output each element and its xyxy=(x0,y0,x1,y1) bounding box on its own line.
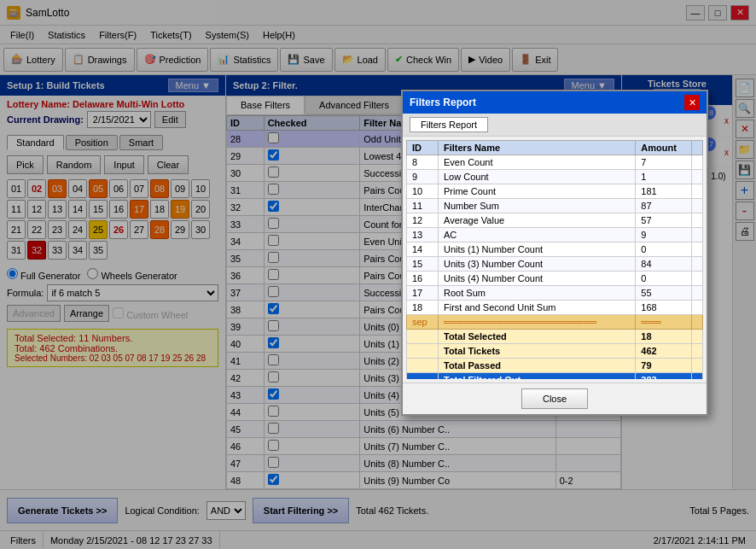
modal-scroll-cell xyxy=(692,213,703,228)
modal-id-cell: 11 xyxy=(407,199,439,213)
modal-scroll-cell xyxy=(692,315,703,330)
modal-name-cell: ═══════════════════════ xyxy=(439,315,636,330)
modal-name-cell: AC xyxy=(439,228,636,242)
modal-id-cell: sep xyxy=(407,315,439,330)
modal-id-cell: 17 xyxy=(407,286,439,301)
modal-col-name: Filters Name xyxy=(439,141,636,155)
modal-overlay[interactable]: Filters Report ✕ Filters Report ID Filte… xyxy=(0,0,756,549)
modal-amount-cell: 84 xyxy=(636,257,692,272)
modal-table-row[interactable]: 9 Low Count 1 xyxy=(407,170,703,184)
modal-scroll-cell xyxy=(692,286,703,301)
modal-amount-cell: 7 xyxy=(636,155,692,170)
modal-id-cell: 13 xyxy=(407,228,439,242)
modal-scroll-cell xyxy=(692,257,703,272)
modal-scroll-cell xyxy=(692,170,703,184)
modal-col-id: ID xyxy=(407,141,439,155)
modal-scroll-cell xyxy=(692,155,703,170)
modal-name-cell: Units (1) Number Count xyxy=(439,242,636,257)
modal-table-row[interactable]: 11 Number Sum 87 xyxy=(407,199,703,213)
modal-tab-area: Filters Report xyxy=(403,114,707,137)
modal-amount-cell: 87 xyxy=(636,199,692,213)
modal-scroll-cell xyxy=(692,199,703,213)
modal-titlebar: Filters Report ✕ xyxy=(403,91,707,114)
modal-col-amount: Amount xyxy=(636,141,692,155)
modal-name-cell: Average Value xyxy=(439,213,636,228)
modal-content: ID Filters Name Amount 8 Even Count 7 9 … xyxy=(403,137,707,383)
modal-scroll-cell xyxy=(692,242,703,257)
modal-table-row[interactable]: Total Passed 79 xyxy=(407,359,703,373)
modal-table-row[interactable]: 10 Prime Count 181 xyxy=(407,184,703,199)
modal-amount-cell: 57 xyxy=(636,213,692,228)
modal-amount-cell: 462 xyxy=(636,344,692,359)
modal-scroll-cell xyxy=(692,272,703,286)
modal-table-row[interactable]: sep ═══════════════════════ ═══ xyxy=(407,315,703,330)
modal-title: Filters Report xyxy=(410,96,476,108)
modal-name-cell: Total Tickets xyxy=(439,344,636,359)
modal-amount-cell: 168 xyxy=(636,301,692,315)
modal-amount-cell: 0 xyxy=(636,242,692,257)
modal-id-cell xyxy=(407,373,439,380)
modal-footer: Close xyxy=(403,383,707,414)
modal-name-cell: Low Count xyxy=(439,170,636,184)
modal-scroll-cell xyxy=(692,359,703,373)
modal-amount-cell: 55 xyxy=(636,286,692,301)
modal-name-cell: Root Sum xyxy=(439,286,636,301)
modal-id-cell: 15 xyxy=(407,257,439,272)
modal-table-row[interactable]: 13 AC 9 xyxy=(407,228,703,242)
modal-tab-filters-report[interactable]: Filters Report xyxy=(410,117,488,132)
modal-table-row[interactable]: Total Tickets 462 xyxy=(407,344,703,359)
modal-table-row[interactable]: 14 Units (1) Number Count 0 xyxy=(407,242,703,257)
modal-name-cell: Units (3) Number Count xyxy=(439,257,636,272)
modal-amount-cell: 383 xyxy=(636,373,692,380)
modal-table-row[interactable]: 12 Average Value 57 xyxy=(407,213,703,228)
modal-table-row[interactable]: 16 Units (4) Number Count 0 xyxy=(407,272,703,286)
modal-close-btn[interactable]: Close xyxy=(521,388,588,409)
modal-scroll-cell xyxy=(692,373,703,380)
modal-name-cell: Number Sum xyxy=(439,199,636,213)
modal-name-cell: Prime Count xyxy=(439,184,636,199)
modal-scroll-cell xyxy=(692,301,703,315)
modal-name-cell: Total Filtered Out xyxy=(439,373,636,380)
modal-scroll-cell xyxy=(692,184,703,199)
modal-table-row[interactable]: Total Filtered Out 383 xyxy=(407,373,703,380)
modal-id-cell: 9 xyxy=(407,170,439,184)
modal-name-cell: Units (4) Number Count xyxy=(439,272,636,286)
modal-close-button[interactable]: ✕ xyxy=(684,95,700,110)
modal-amount-cell: 1 xyxy=(636,170,692,184)
modal-scroll-cell xyxy=(692,344,703,359)
modal-table-row[interactable]: 15 Units (3) Number Count 84 xyxy=(407,257,703,272)
modal-id-cell: 18 xyxy=(407,301,439,315)
modal-scroll-cell xyxy=(692,228,703,242)
modal-name-cell: First and Second Unit Sum xyxy=(439,301,636,315)
modal-id-cell xyxy=(407,344,439,359)
modal-table-row[interactable]: 18 First and Second Unit Sum 168 xyxy=(407,301,703,315)
modal-table-row[interactable]: 17 Root Sum 55 xyxy=(407,286,703,301)
modal-report-table: ID Filters Name Amount 8 Even Count 7 9 … xyxy=(406,140,703,379)
modal-name-cell: Total Selected xyxy=(439,330,636,344)
modal-id-cell: 16 xyxy=(407,272,439,286)
modal-name-cell: Total Passed xyxy=(439,359,636,373)
modal-id-cell: 10 xyxy=(407,184,439,199)
modal-name-cell: Even Count xyxy=(439,155,636,170)
modal-amount-cell: 18 xyxy=(636,330,692,344)
modal-amount-cell: 79 xyxy=(636,359,692,373)
modal-id-cell: 14 xyxy=(407,242,439,257)
modal-amount-cell: ═══ xyxy=(636,315,692,330)
modal-table-row[interactable]: 8 Even Count 7 xyxy=(407,155,703,170)
modal-id-cell xyxy=(407,359,439,373)
modal-id-cell: 12 xyxy=(407,213,439,228)
modal-amount-cell: 181 xyxy=(636,184,692,199)
modal-id-cell: 8 xyxy=(407,155,439,170)
modal-amount-cell: 9 xyxy=(636,228,692,242)
filters-report-modal: Filters Report ✕ Filters Report ID Filte… xyxy=(401,90,708,416)
modal-amount-cell: 0 xyxy=(636,272,692,286)
modal-id-cell xyxy=(407,330,439,344)
modal-table-row[interactable]: Total Selected 18 xyxy=(407,330,703,344)
modal-scroll-cell xyxy=(692,330,703,344)
